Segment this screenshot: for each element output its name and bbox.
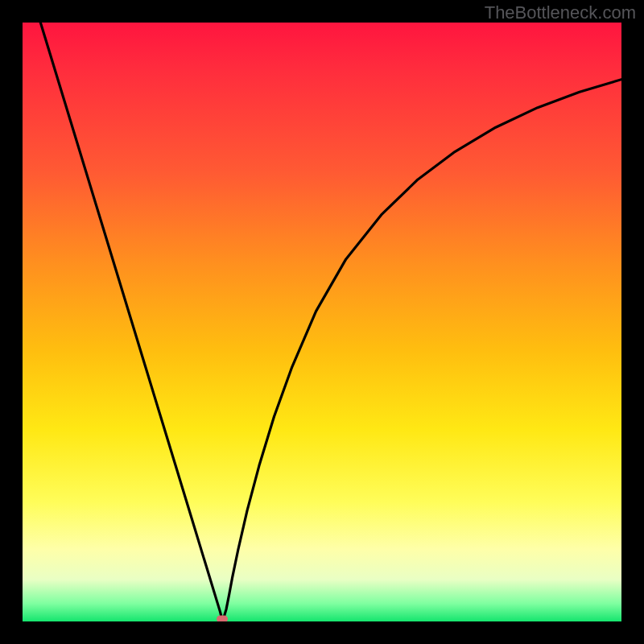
bottleneck-curve bbox=[40, 23, 621, 621]
watermark-text: TheBottleneck.com bbox=[485, 2, 636, 23]
plot-area bbox=[23, 23, 621, 621]
curve-svg bbox=[23, 23, 621, 621]
min-marker bbox=[217, 616, 228, 622]
chart-frame: TheBottleneck.com bbox=[0, 0, 644, 644]
